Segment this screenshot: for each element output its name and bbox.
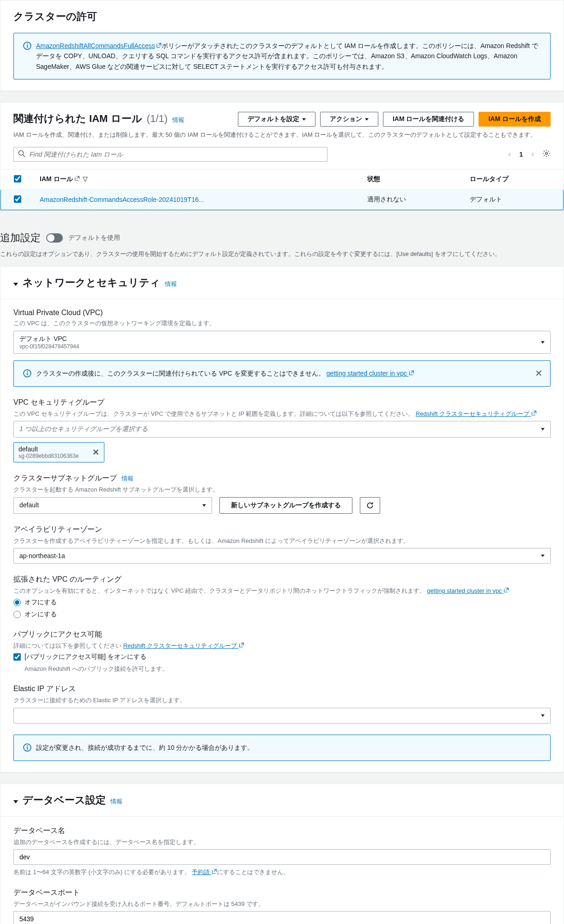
chip-close-icon[interactable]: ✕: [92, 447, 99, 457]
vpc-hint: この VPC は、このクラスターの仮想ネットワーキング環境を定義します。: [13, 319, 551, 328]
subnet-label: クラスターサブネットグループ 情報: [13, 474, 551, 483]
col-type[interactable]: ロールタイプ: [461, 169, 563, 189]
az-hint: クラスターを作成するアベイラビリティーゾーンを指定します。もしくは、Amazon…: [13, 536, 551, 546]
caret-down-icon: [541, 428, 545, 431]
sg-select[interactable]: 1 つ以上のセキュリティグループを選択する: [13, 421, 551, 438]
caret-down-icon: [302, 118, 306, 121]
new-subnet-button[interactable]: 新しいサブネットグループを作成する: [219, 497, 352, 514]
policy-link[interactable]: AmazonRedshiftAllCommandsFullAccess: [36, 42, 162, 49]
svg-point-7: [27, 371, 28, 372]
gear-icon[interactable]: [542, 149, 551, 159]
iam-roles-table: IAM ロール ▽ 状態 ロールタイプ AmazonRedshift-Comma…: [0, 169, 564, 210]
caret-down-icon: [541, 341, 545, 343]
db-info-link[interactable]: 情報: [110, 797, 122, 806]
caret-down-icon: [13, 800, 18, 803]
info-icon: [23, 369, 31, 379]
dbport-input[interactable]: [13, 911, 551, 924]
routing-off-radio[interactable]: [13, 599, 21, 606]
svg-rect-2: [27, 45, 28, 48]
search-input[interactable]: [13, 147, 327, 162]
external-link-icon: [156, 41, 162, 51]
dbname-hint: 追加のデータベースを作成するには、データベース名を指定します。: [13, 838, 551, 847]
iam-roles-count: (1/1): [147, 113, 168, 125]
iam-roles-desc: IAM ロールを作成、関連付け、または削除します。最大 50 個の IAM ロー…: [0, 130, 564, 147]
subnet-hint: クラスターを起動する Amazon Redshift サブネットグループを選択し…: [13, 485, 551, 494]
cluster-perm-info-box: AmazonRedshiftAllCommandsFullAccessポリシーが…: [13, 33, 551, 79]
iam-roles-info-link[interactable]: 情報: [172, 116, 184, 124]
reserved-words-link[interactable]: 予約語: [192, 869, 217, 875]
associate-role-button[interactable]: IAM ロールを関連付ける: [383, 112, 474, 127]
svg-point-10: [27, 745, 28, 746]
role-state: 適用されない: [358, 189, 461, 210]
svg-rect-11: [27, 747, 28, 749]
db-title: データベース設定: [23, 793, 106, 807]
sg-hint: この VPC セキュリティグループは、クラスターが VPC で使用できるサブネッ…: [13, 409, 551, 419]
create-role-button[interactable]: IAM ロールを作成: [479, 112, 551, 127]
subnet-select[interactable]: default: [13, 497, 212, 514]
col-role[interactable]: IAM ロール ▽: [30, 169, 358, 189]
role-type: デフォルト: [461, 189, 563, 210]
iam-roles-title: 関連付けられた IAM ロール: [13, 112, 142, 126]
network-expand-header[interactable]: ネットワークとセキュリティ 情報: [0, 267, 564, 299]
sort-icon: ▽: [83, 175, 88, 182]
table-row[interactable]: AmazonRedshift-CommandsAccessRole-202410…: [1, 189, 564, 210]
dbport-hint: データベースがインバウンド接続を受け入れるポート番号。デフォルトポートは 543…: [13, 900, 551, 909]
sg-label: VPC セキュリティグループ: [13, 398, 551, 407]
extra-title: 追加設定: [0, 231, 41, 245]
sg-hint-link[interactable]: Redshift クラスターセキュリティグループ: [416, 410, 537, 417]
role-link[interactable]: AmazonRedshift-CommandsAccessRole-202410…: [40, 196, 204, 203]
db-expand-header[interactable]: データベース設定 情報: [0, 784, 564, 816]
set-default-button[interactable]: デフォルトを設定: [238, 112, 315, 127]
public-hint: 詳細については以下を参照してください Redshift クラスターセキュリティグ…: [13, 641, 551, 650]
svg-point-5: [546, 152, 548, 155]
routing-hint-link[interactable]: getting started cluster in vpc: [427, 587, 509, 594]
public-label: パブリックにアクセス可能: [13, 630, 551, 639]
caret-down-icon: [541, 555, 545, 557]
svg-point-1: [27, 43, 28, 44]
next-page-button[interactable]: ›: [529, 147, 536, 161]
vpc-select[interactable]: デフォルト VPC vpc-0f15f028478457944: [13, 331, 551, 354]
eip-select[interactable]: [13, 708, 551, 723]
network-title: ネットワークとセキュリティ: [23, 276, 160, 290]
defaults-toggle[interactable]: [46, 233, 63, 243]
routing-label: 拡張された VPC のルーティング: [13, 575, 551, 584]
svg-rect-8: [27, 372, 28, 375]
public-hint-link[interactable]: Redshift クラスターセキュリティグループ: [123, 642, 244, 649]
svg-point-3: [19, 151, 24, 155]
az-select[interactable]: ap-northeast-1a: [13, 548, 551, 564]
network-bottom-alert: 設定が変更され、接続が成功するまでに、約 10 分かかる場合があります。: [13, 735, 551, 761]
page-number: 1: [519, 151, 523, 158]
eip-label: Elastic IP アドレス: [13, 684, 551, 694]
routing-hint: このオプションを有効にすると、インターネットではなく VPC 経由で、クラスター…: [13, 586, 551, 596]
extra-desc: これらの設定はオプションであり、クラスターの使用を開始するためにデフォルト設定が…: [0, 249, 564, 259]
dbname-below: 名前は 1〜64 文字の英数字 (小文字のみ) にする必要があります。 予約語 …: [13, 868, 551, 877]
eip-hint: クラスターに接続するための Elastic IP アドレスを選択します。: [13, 696, 551, 705]
caret-down-icon: [365, 118, 369, 121]
dbname-input[interactable]: [13, 849, 551, 865]
select-all-checkbox[interactable]: [14, 175, 21, 182]
caret-down-icon: [202, 504, 206, 506]
caret-down-icon: [13, 283, 18, 286]
info-icon: [23, 42, 31, 51]
vpc-label: Virtual Private Cloud (VPC): [13, 309, 551, 317]
col-state[interactable]: 状態: [358, 169, 461, 189]
prev-page-button[interactable]: ‹: [506, 147, 513, 161]
refresh-button[interactable]: [360, 497, 380, 514]
routing-on-radio[interactable]: [13, 611, 21, 618]
search-icon: [18, 150, 25, 158]
public-checkbox[interactable]: [13, 653, 21, 661]
subnet-info-link[interactable]: 情報: [121, 475, 133, 482]
row-checkbox[interactable]: [14, 195, 21, 203]
network-info-link[interactable]: 情報: [165, 280, 177, 288]
dbname-label: データベース名: [13, 826, 551, 836]
cluster-perm-info-text: AmazonRedshiftAllCommandsFullAccessポリシーが…: [36, 41, 541, 72]
external-link-icon: [74, 175, 80, 182]
svg-line-4: [23, 155, 25, 157]
close-icon[interactable]: ✕: [535, 368, 543, 379]
dbport-label: データベースポート: [13, 888, 551, 898]
public-sub: Amazon Redshift へのパブリック接続を許可します。: [24, 665, 551, 673]
sg-chip: default sg-0289ebbd83106363e ✕: [13, 442, 104, 462]
toggle-label: デフォルトを使用: [68, 234, 120, 242]
vpc-alert-link[interactable]: getting started cluster in vpc: [326, 370, 414, 377]
action-button[interactable]: アクション: [320, 112, 378, 127]
